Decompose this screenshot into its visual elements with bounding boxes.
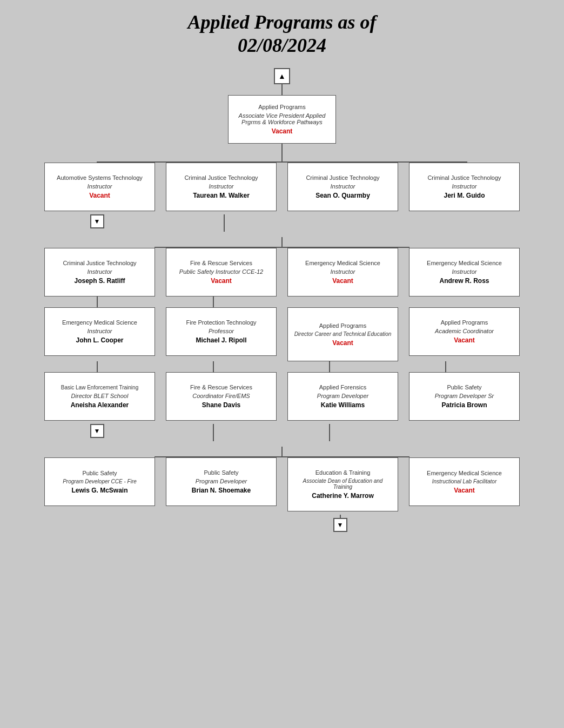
- row4-connectors: ▼: [39, 424, 525, 441]
- dept: Public Safety: [415, 384, 514, 390]
- nav-down-button-row4[interactable]: ▼: [90, 424, 104, 438]
- row1-col3: Criminal Justice Technology Instructor S…: [285, 163, 401, 211]
- role: Director Career and Technical Education: [293, 331, 392, 337]
- row2: Criminal Justice Technology Instructor J…: [39, 248, 525, 296]
- row2-col1: Criminal Justice Technology Instructor J…: [42, 248, 158, 296]
- row2-connectors: [39, 296, 525, 307]
- row1-col1: Automotive Systems Technology Instructor…: [42, 163, 158, 211]
- dept: Emergency Medical Science: [415, 260, 514, 266]
- role: Instructor: [415, 268, 514, 275]
- role: Program Developer: [172, 478, 271, 484]
- dept: Emergency Medical Science: [293, 260, 392, 266]
- role: Instructional Lab Facilitator: [415, 478, 514, 484]
- row1: Automotive Systems Technology Instructor…: [39, 163, 525, 211]
- node-row1-4: Criminal Justice Technology Instructor J…: [409, 163, 520, 211]
- row4-col2: Fire & Rescue Services Coordinator Fire/…: [163, 372, 279, 421]
- row3-col4: Applied Programs Academic Coordinator Va…: [406, 307, 522, 361]
- row4: Basic Law Enforcement Training Director …: [39, 372, 525, 421]
- name: Shane Davis: [172, 401, 271, 409]
- org-chart: ▲ Applied Programs Associate Vice Presid…: [5, 68, 559, 532]
- name: Lewis G. McSwain: [50, 487, 149, 494]
- row4-col4: Public Safety Program Developer Sr Patri…: [406, 372, 522, 421]
- role: Program Developer: [293, 393, 392, 399]
- node-row5-4: Emergency Medical Science Instructional …: [409, 457, 520, 506]
- dept: Public Safety: [50, 470, 149, 476]
- name: Patricia Brown: [415, 401, 514, 409]
- dept: Applied Forensics: [293, 384, 392, 390]
- node-row3-4: Applied Programs Academic Coordinator Va…: [409, 307, 520, 356]
- row2-col2: Fire & Rescue Services Public Safety Ins…: [163, 248, 279, 296]
- role: Associate Dean of Education and Training: [293, 478, 392, 490]
- row5-col1: Public Safety Program Developer CCE - Fi…: [42, 457, 158, 511]
- role: Coordinator Fire/EMS: [172, 393, 271, 399]
- role: Program Developer Sr: [415, 393, 514, 399]
- row5-connectors: ▼: [39, 515, 525, 532]
- row5: Public Safety Program Developer CCE - Fi…: [39, 457, 525, 511]
- dept: Emergency Medical Science: [415, 470, 514, 476]
- arrow-up-icon: ▲: [278, 72, 286, 80]
- role: Instructor: [293, 183, 392, 190]
- role: Public Safety Instructor CCE-12: [172, 268, 271, 275]
- name: Joseph S. Ratliff: [50, 277, 149, 285]
- root-name: Vacant: [234, 127, 330, 135]
- row3-col1: Emergency Medical Science Instructor Joh…: [42, 307, 158, 361]
- row2-col4: Emergency Medical Science Instructor And…: [406, 248, 522, 296]
- dept: Applied Programs: [415, 319, 514, 326]
- dept: Fire Protection Technology: [172, 319, 271, 326]
- role: Academic Coordinator: [415, 328, 514, 334]
- node-row2-1: Criminal Justice Technology Instructor J…: [44, 248, 155, 296]
- node-row1-1: Automotive Systems Technology Instructor…: [44, 163, 155, 211]
- name: Vacant: [172, 277, 271, 285]
- row1-col4: Criminal Justice Technology Instructor J…: [406, 163, 522, 211]
- name: Vacant: [293, 277, 392, 285]
- node-row3-3: Applied Programs Director Career and Tec…: [287, 307, 398, 361]
- node-row2-2: Fire & Rescue Services Public Safety Ins…: [166, 248, 277, 296]
- node-row1-2: Criminal Justice Technology Instructor T…: [166, 163, 277, 211]
- row4-col1: Basic Law Enforcement Training Director …: [42, 372, 158, 421]
- node-row4-2: Fire & Rescue Services Coordinator Fire/…: [166, 372, 277, 421]
- node-row4-3: Applied Forensics Program Developer Kati…: [287, 372, 398, 421]
- dept: Criminal Justice Technology: [293, 174, 392, 181]
- name: Michael J. Ripoll: [172, 336, 271, 344]
- dept: Education & Training: [293, 469, 392, 476]
- row3: Emergency Medical Science Instructor Joh…: [39, 307, 525, 361]
- dept: Fire & Rescue Services: [172, 384, 271, 390]
- name: John L. Cooper: [50, 336, 149, 344]
- name: Andrew R. Ross: [415, 277, 514, 285]
- role: Instructor: [293, 268, 392, 275]
- name: Sean O. Quarmby: [293, 192, 392, 199]
- node-row2-4: Emergency Medical Science Instructor And…: [409, 248, 520, 296]
- node-row3-1: Emergency Medical Science Instructor Joh…: [44, 307, 155, 356]
- name: Aneisha Alexander: [50, 401, 149, 409]
- nav-up-button[interactable]: ▲: [274, 68, 290, 84]
- row2-col3: Emergency Medical Science Instructor Vac…: [285, 248, 401, 296]
- dept: Emergency Medical Science: [50, 319, 149, 326]
- name: Vacant: [415, 487, 514, 494]
- node-row4-1: Basic Law Enforcement Training Director …: [44, 372, 155, 421]
- name: Brian N. Shoemake: [172, 487, 271, 494]
- node-row2-3: Emergency Medical Science Instructor Vac…: [287, 248, 398, 296]
- dept: Applied Programs: [293, 322, 392, 329]
- row5-col2: Public Safety Program Developer Brian N.…: [163, 457, 279, 511]
- nav-down-button-row1[interactable]: ▼: [90, 214, 104, 228]
- dept: Criminal Justice Technology: [50, 260, 149, 266]
- root-dept: Applied Programs: [234, 104, 330, 110]
- dept: Automotive Systems Technology: [50, 174, 149, 181]
- row1-connectors: ▼: [39, 214, 525, 232]
- role: Instructor: [172, 183, 271, 190]
- dept: Public Safety: [172, 469, 271, 476]
- row5-col4: Emergency Medical Science Instructional …: [406, 457, 522, 511]
- h-bridge-row5: [39, 447, 525, 457]
- row5-col3: Education & Training Associate Dean of E…: [285, 457, 401, 511]
- dept: Fire & Rescue Services: [172, 260, 271, 266]
- root-node: Applied Programs Associate Vice Presiden…: [228, 95, 336, 144]
- nav-down-button-row5[interactable]: ▼: [333, 518, 347, 532]
- node-row4-4: Public Safety Program Developer Sr Patri…: [409, 372, 520, 421]
- role: Director BLET School: [50, 393, 149, 399]
- dept: Criminal Justice Technology: [415, 174, 514, 181]
- node-row1-3: Criminal Justice Technology Instructor S…: [287, 163, 398, 211]
- h-bridge-row1: [39, 152, 525, 163]
- name: Taurean M. Walker: [172, 192, 271, 199]
- node-row5-3: Education & Training Associate Dean of E…: [287, 457, 398, 511]
- node-row5-2: Public Safety Program Developer Brian N.…: [166, 457, 277, 506]
